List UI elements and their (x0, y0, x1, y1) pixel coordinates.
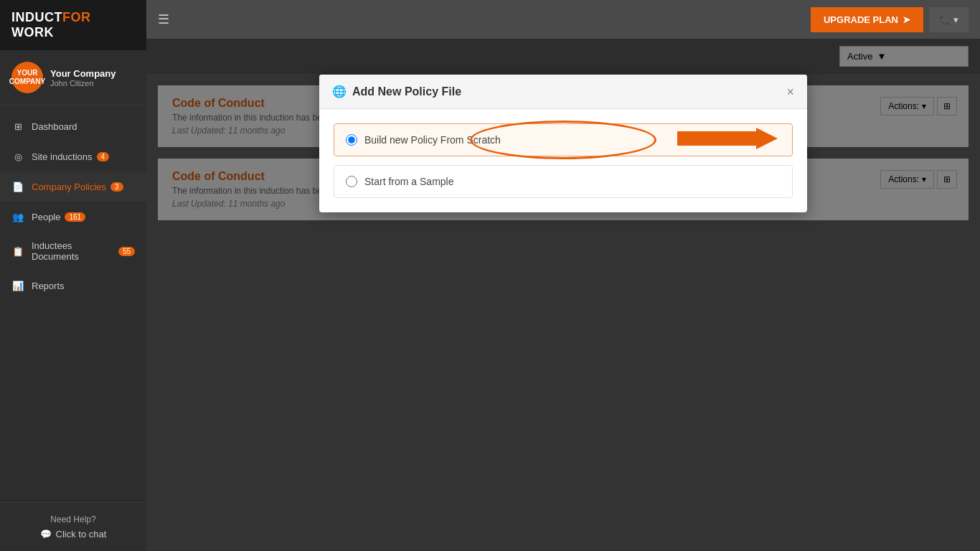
upgrade-plan-label: UPGRADE PLAN (824, 14, 898, 25)
people-badge: 161 (65, 212, 85, 222)
topbar-left: ☰ (158, 11, 178, 27)
upgrade-plan-button[interactable]: UPGRADE PLAN ➤ (811, 7, 923, 32)
dashboard-icon: ⊞ (11, 120, 24, 133)
scratch-radio[interactable] (346, 134, 357, 146)
policies-icon: 📄 (11, 180, 24, 193)
profile-info: Your Company John Citizen (50, 68, 116, 88)
sidebar-item-label: Site inductions (32, 151, 93, 162)
add-new-policy-modal: 🌐 Add New Policy File × Build new Policy… (319, 75, 807, 212)
sidebar-item-dashboard[interactable]: ⊞ Dashboard (0, 111, 146, 141)
sidebar-item-label: Reports (32, 281, 65, 291)
svg-marker-0 (677, 128, 778, 149)
people-icon: 👥 (11, 210, 24, 223)
click-chat-label: Click to chat (56, 529, 107, 540)
phone-chevron-icon: ▾ (953, 14, 958, 25)
topbar: ☰ UPGRADE PLAN ➤ 📞 ▾ (146, 0, 980, 39)
globe-icon: 🌐 (332, 85, 347, 98)
sidebar-item-site-inductions[interactable]: ◎ Site inductions 4 (0, 141, 146, 171)
avatar: YOURCOMPANY (11, 62, 43, 93)
sidebar-nav: ⊞ Dashboard ◎ Site inductions 4 📄 Compan… (0, 105, 146, 502)
sidebar-logo: INDUCTFOR WORK (0, 0, 146, 50)
sidebar-item-label: Company Policies (32, 182, 106, 192)
profile-company: Your Company (50, 68, 116, 79)
sidebar-footer: Need Help? 💬 Click to chat (0, 502, 146, 551)
chat-icon: 💬 (40, 529, 52, 540)
sidebar-item-label: Inductees Documents (32, 240, 114, 262)
sample-label: Start from a Sample (364, 176, 454, 187)
content-area: Active ▼ Code of Conduct The information… (146, 39, 980, 551)
location-icon: ◎ (11, 150, 24, 163)
hamburger-icon[interactable]: ☰ (158, 11, 169, 27)
start-from-sample-option[interactable]: Start from a Sample (334, 165, 793, 198)
logo-work: WORK (11, 25, 54, 39)
sidebar-item-inductees-documents[interactable]: 📋 Inductees Documents 55 (0, 232, 146, 270)
profile-name: John Citizen (50, 79, 116, 88)
modal-body: Build new Policy From Scratch (319, 109, 807, 212)
build-from-scratch-option[interactable]: Build new Policy From Scratch (334, 123, 793, 156)
modal-title-wrap: 🌐 Add New Policy File (332, 85, 461, 98)
site-inductions-badge: 4 (97, 152, 110, 161)
sidebar: INDUCTFOR WORK YOURCOMPANY Your Company … (0, 0, 146, 551)
sidebar-item-label: People (32, 212, 60, 222)
phone-icon: 📞 (939, 14, 951, 25)
sidebar-profile: YOURCOMPANY Your Company John Citizen (0, 50, 146, 105)
sidebar-item-people[interactable]: 👥 People 161 (0, 202, 146, 232)
reports-icon: 📊 (11, 279, 24, 292)
sidebar-item-company-policies[interactable]: 📄 Company Policies 3 (0, 171, 146, 202)
documents-icon: 📋 (11, 245, 24, 258)
modal-close-button[interactable]: × (786, 85, 794, 98)
modal-header: 🌐 Add New Policy File × (319, 75, 807, 109)
logo-for: FOR (62, 10, 91, 24)
inductees-documents-badge: 55 (118, 247, 135, 256)
sample-radio[interactable] (346, 176, 357, 187)
arrow-indicator (677, 128, 778, 152)
topbar-right: UPGRADE PLAN ➤ 📞 ▾ (811, 7, 969, 32)
scratch-label: Build new Policy From Scratch (364, 134, 501, 146)
upgrade-arrow-icon: ➤ (903, 14, 910, 25)
company-policies-badge: 3 (110, 182, 123, 192)
sidebar-item-reports[interactable]: 📊 Reports (0, 270, 146, 301)
modal-overlay: 🌐 Add New Policy File × Build new Policy… (146, 39, 980, 551)
click-to-chat[interactable]: 💬 Click to chat (11, 529, 135, 540)
sidebar-item-label: Dashboard (32, 121, 77, 132)
main-content: ☰ UPGRADE PLAN ➤ 📞 ▾ Active ▼ C (146, 0, 980, 551)
need-help-text: Need Help? (11, 514, 135, 524)
phone-button[interactable]: 📞 ▾ (929, 7, 969, 32)
logo-induct: INDUCT (11, 10, 62, 24)
modal-title: Add New Policy File (352, 85, 461, 98)
